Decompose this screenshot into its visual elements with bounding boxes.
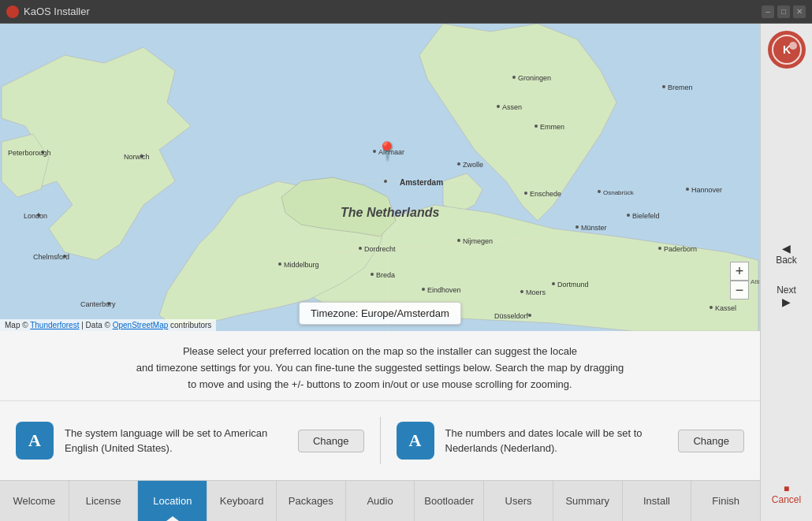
cancel-label: Cancel xyxy=(772,494,801,505)
svg-text:Chelmsford: Chelmsford xyxy=(33,253,69,261)
locale-item: A The numbers and dates locale will be s… xyxy=(397,422,745,460)
svg-text:The Netherlands: The Netherlands xyxy=(341,206,439,219)
tab-keyboard[interactable]: Keyboard xyxy=(207,481,277,521)
tab-bootloader[interactable]: Bootloader xyxy=(415,481,484,521)
svg-point-42 xyxy=(528,314,531,317)
svg-point-14 xyxy=(457,162,460,166)
svg-text:Assen: Assen xyxy=(502,103,522,111)
svg-point-34 xyxy=(598,190,601,193)
description-text: Please select your preferred location on… xyxy=(16,344,744,393)
language-icon: A xyxy=(16,422,54,460)
svg-text:Bielefeld: Bielefeld xyxy=(632,212,660,220)
svg-text:Dortmund: Dortmund xyxy=(557,281,589,288)
map-attribution: Map © Thunderforest | Data © OpenStreetM… xyxy=(0,319,216,331)
tab-location[interactable]: Location xyxy=(138,481,207,521)
map-container[interactable]: Groningen Amsterdam Assen Emmen Alkmaar xyxy=(0,24,760,331)
back-button[interactable]: ◀ Back xyxy=(765,236,809,272)
timezone-label: Timezone: Europe/Amsterdam xyxy=(311,307,449,319)
svg-point-20 xyxy=(359,247,362,250)
tab-install[interactable]: Install xyxy=(623,481,692,521)
back-arrow-icon: ◀ xyxy=(782,242,791,255)
next-button[interactable]: Next ▶ xyxy=(765,278,809,314)
svg-point-10 xyxy=(535,125,538,128)
locale-label: The numbers and dates locale will be set… xyxy=(445,427,643,455)
right-sidebar: K ◀ Back Next ▶ ■ Cancel xyxy=(760,24,812,521)
svg-point-22 xyxy=(371,273,374,276)
svg-point-18 xyxy=(457,239,460,242)
language-info: The system language will be set to Ameri… xyxy=(65,426,287,456)
svg-point-32 xyxy=(627,214,630,217)
next-arrow-icon: ▶ xyxy=(782,296,791,308)
svg-point-30 xyxy=(575,225,579,229)
svg-point-6 xyxy=(384,180,387,183)
svg-point-38 xyxy=(662,85,665,88)
svg-text:Breda: Breda xyxy=(376,271,395,279)
title-bar-left: KaOS Installer xyxy=(6,6,90,18)
content-area: Groningen Amsterdam Assen Emmen Alkmaar xyxy=(0,24,760,521)
change-locale-button[interactable]: Change xyxy=(678,430,744,452)
tab-license[interactable]: License xyxy=(69,481,139,521)
svg-point-28 xyxy=(552,282,555,285)
svg-text:Hannover: Hannover xyxy=(691,186,722,194)
svg-text:Peterborough: Peterborough xyxy=(8,149,51,157)
svg-text:Enschede: Enschede xyxy=(530,190,561,198)
change-language-button[interactable]: Change xyxy=(298,430,364,452)
tab-finish[interactable]: Finish xyxy=(691,481,760,521)
svg-text:Düsseldorf: Düsseldorf xyxy=(494,312,529,320)
svg-text:Dordrecht: Dordrecht xyxy=(364,245,396,253)
tab-users[interactable]: Users xyxy=(484,481,553,521)
tab-audio[interactable]: Audio xyxy=(346,481,415,521)
svg-text:Moers: Moers xyxy=(526,288,546,296)
tab-summary[interactable]: Summary xyxy=(553,481,623,521)
svg-point-16 xyxy=(524,192,527,195)
description-section: Please select your preferred location on… xyxy=(0,331,760,401)
title-bar: KaOS Installer – □ ✕ xyxy=(0,0,812,24)
svg-text:Osnabrück: Osnabrück xyxy=(603,189,635,196)
svg-point-44 xyxy=(710,306,713,309)
openstreetmap-link[interactable]: OpenStreetMap xyxy=(113,321,169,329)
locale-separator xyxy=(380,417,381,464)
maximize-button[interactable]: □ xyxy=(777,6,790,18)
minimize-button[interactable]: – xyxy=(762,6,774,18)
svg-text:Nijmegen: Nijmegen xyxy=(463,237,493,245)
zoom-out-button[interactable]: − xyxy=(730,281,749,300)
back-label: Back xyxy=(776,255,797,266)
svg-point-26 xyxy=(520,290,523,293)
svg-point-8 xyxy=(497,105,500,108)
svg-text:Groningen: Groningen xyxy=(518,74,551,82)
tab-packages[interactable]: Packages xyxy=(277,481,346,521)
app-icon xyxy=(6,6,19,18)
timezone-tooltip: Timezone: Europe/Amsterdam xyxy=(299,302,461,325)
svg-text:Eindhoven: Eindhoven xyxy=(427,286,461,294)
svg-text:Amsterdam: Amsterdam xyxy=(400,178,443,187)
language-item: A The system language will be set to Ame… xyxy=(16,422,364,460)
zoom-in-button[interactable]: + xyxy=(730,262,749,281)
map-svg: Groningen Amsterdam Assen Emmen Alkmaar xyxy=(0,24,760,331)
window-title: KaOS Installer xyxy=(24,6,90,17)
kaos-logo: K xyxy=(767,30,806,69)
svg-text:Zwolle: Zwolle xyxy=(463,161,483,169)
svg-point-36 xyxy=(686,188,689,191)
svg-text:Canterbury: Canterbury xyxy=(80,300,116,308)
svg-point-24 xyxy=(422,288,425,291)
close-button[interactable]: ✕ xyxy=(793,6,806,18)
svg-text:Attir: Attir xyxy=(751,278,760,285)
svg-point-63 xyxy=(789,42,797,50)
thunderforest-link[interactable]: Thunderforest xyxy=(30,321,79,329)
svg-text:Paderborn: Paderborn xyxy=(664,245,697,253)
main-layout: Groningen Amsterdam Assen Emmen Alkmaar xyxy=(0,24,812,521)
svg-point-4 xyxy=(512,76,516,79)
svg-text:Kassel: Kassel xyxy=(715,304,736,312)
title-bar-controls: – □ ✕ xyxy=(762,6,806,18)
next-label: Next xyxy=(777,285,796,296)
location-pin: 📍 xyxy=(376,141,397,162)
tab-welcome[interactable]: Welcome xyxy=(0,481,69,521)
svg-text:Middelburg: Middelburg xyxy=(284,261,319,269)
language-label: The system language will be set to Ameri… xyxy=(65,427,267,455)
locale-section: A The system language will be set to Ame… xyxy=(0,401,760,480)
cancel-button[interactable]: ■ Cancel xyxy=(765,477,809,512)
svg-text:Norwich: Norwich xyxy=(124,153,150,161)
tab-bar: Welcome License Location Keyboard Packag… xyxy=(0,480,760,521)
locale-icon: A xyxy=(397,422,434,460)
svg-point-46 xyxy=(278,262,281,266)
